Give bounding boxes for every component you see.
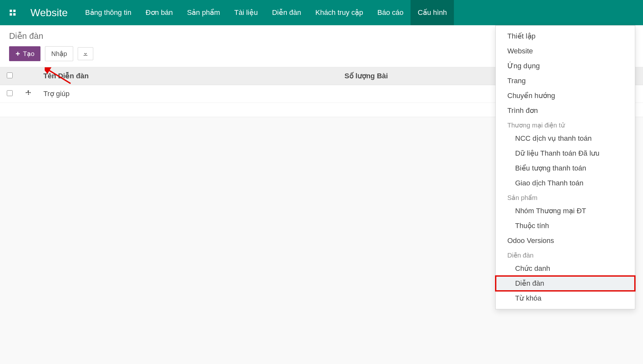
svg-rect-3: [13, 13, 16, 16]
dropdown-item-16[interactable]: Chức danh: [496, 261, 635, 276]
dropdown-item-11: Sản phẩm: [496, 191, 635, 204]
dropdown-item-17[interactable]: Diễn đàn: [496, 276, 635, 291]
row-name: Trợ giúp: [38, 85, 339, 103]
svg-rect-2: [10, 13, 12, 16]
nav-item-3[interactable]: Tài liệu: [227, 0, 265, 25]
dropdown-item-6: Thương mại điện tử: [496, 118, 635, 131]
dropdown-item-12[interactable]: Nhóm Thương mại ĐT: [496, 204, 635, 218]
create-button-label: Tạo: [23, 50, 34, 58]
svg-rect-6: [84, 55, 87, 56]
import-button-label: Nhập: [51, 50, 67, 58]
svg-rect-0: [10, 10, 12, 12]
create-button[interactable]: Tạo: [9, 46, 40, 61]
import-button[interactable]: Nhập: [45, 46, 73, 61]
main-nav: Website Bảng thông tinĐơn bánSản phẩmTài…: [0, 0, 643, 25]
nav-item-6[interactable]: Báo cáo: [370, 0, 411, 25]
dropdown-item-13[interactable]: Thuộc tính: [496, 218, 635, 233]
nav-item-2[interactable]: Sản phẩm: [180, 0, 227, 25]
download-button[interactable]: [78, 47, 93, 60]
nav-item-4[interactable]: Diễn đàn: [265, 0, 308, 25]
header-checkbox-cell: [0, 67, 19, 85]
select-all-checkbox[interactable]: [7, 72, 13, 78]
apps-icon[interactable]: [0, 9, 25, 16]
drag-icon[interactable]: [25, 90, 32, 96]
nav-item-5[interactable]: Khách truy cập: [308, 0, 370, 25]
dropdown-item-4[interactable]: Chuyển hướng: [496, 88, 635, 103]
download-icon: [83, 51, 88, 57]
nav-menu: Bảng thông tinĐơn bánSản phẩmTài liệuDiễ…: [78, 0, 454, 25]
brand-title[interactable]: Website: [25, 7, 78, 19]
dropdown-item-7[interactable]: NCC dịch vụ thanh toán: [496, 131, 635, 146]
dropdown-item-0[interactable]: Thiết lập: [496, 29, 635, 44]
dropdown-item-9[interactable]: Biểu tượng thanh toán: [496, 161, 635, 176]
dropdown-item-10[interactable]: Giao dịch Thanh toán: [496, 176, 635, 191]
config-dropdown: Thiết lậpWebsiteỨng dụngTrangChuyển hướn…: [495, 25, 635, 309]
grid-icon: [9, 9, 16, 16]
nav-item-1[interactable]: Đơn bán: [139, 0, 180, 25]
header-name[interactable]: Tên Diễn đàn: [38, 67, 339, 85]
header-drag-cell: [19, 67, 38, 85]
dropdown-item-8[interactable]: Dữ liệu Thanh toán Đã lưu: [496, 146, 635, 161]
svg-rect-1: [13, 10, 16, 12]
svg-rect-5: [16, 53, 20, 54]
header-posts[interactable]: Số lượng Bài: [339, 67, 507, 85]
row-checkbox[interactable]: [7, 90, 13, 96]
dropdown-item-3[interactable]: Trang: [496, 73, 635, 88]
dropdown-item-5[interactable]: Trình đơn: [496, 103, 635, 118]
plus-icon: [15, 51, 20, 56]
nav-item-0[interactable]: Bảng thông tin: [78, 0, 139, 25]
dropdown-item-18[interactable]: Từ khóa: [496, 291, 635, 306]
dropdown-item-15: Diễn đàn: [496, 248, 635, 261]
dropdown-item-14[interactable]: Odoo Versions: [496, 233, 635, 248]
row-posts: 0: [339, 85, 507, 103]
page-title: Diễn đàn: [9, 31, 93, 41]
nav-item-7[interactable]: Cấu hình: [411, 0, 454, 25]
dropdown-item-2[interactable]: Ứng dụng: [496, 59, 635, 73]
dropdown-item-1[interactable]: Website: [496, 44, 635, 59]
